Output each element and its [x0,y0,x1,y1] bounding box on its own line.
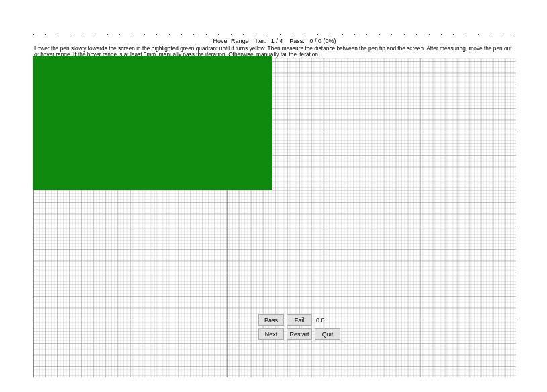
iter-label: Iter: [256,38,266,44]
pass-button[interactable]: Pass [258,314,284,326]
test-name: Hover Range [213,38,249,44]
pass-label: Pass: [289,38,305,44]
pass-value: 0 / 0 (0%) [309,38,336,44]
test-stage: Hover Range Iter: 1 / 4 Pass: 0 / 0 (0%)… [33,38,516,377]
control-panel: Pass Fail 0.0 Next Restart Quit [258,314,352,342]
quit-button[interactable]: Quit [315,328,340,340]
fail-button[interactable]: Fail [287,314,312,326]
restart-button[interactable]: Restart [287,328,312,340]
distance-readout: 0.0 [315,317,330,324]
target-quadrant[interactable] [33,56,272,190]
iter-value: 1 / 4 [271,38,283,44]
next-button[interactable]: Next [258,328,284,340]
